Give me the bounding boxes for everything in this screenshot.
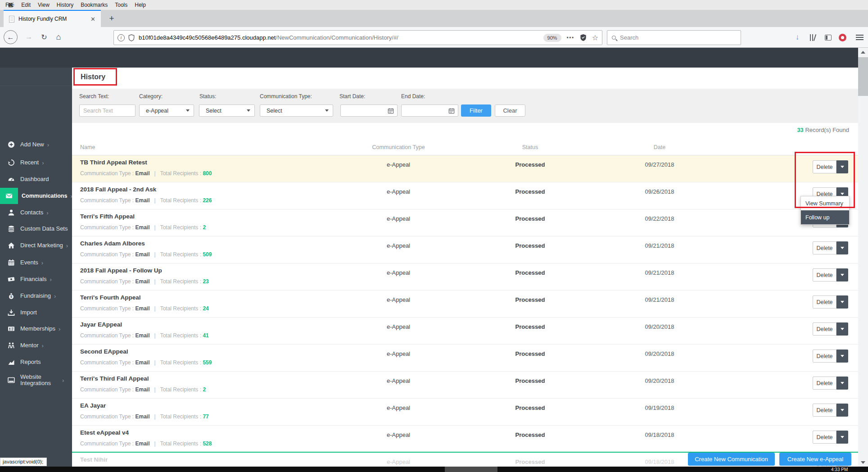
status-select[interactable]: Select <box>199 104 255 117</box>
delete-button[interactable]: Delete <box>813 160 836 173</box>
row-meta: Communication Type : Email|Total Recipie… <box>80 305 209 312</box>
home-button[interactable]: ⌂ <box>51 30 66 44</box>
taskbar-item[interactable] <box>445 467 497 472</box>
sidebar-item-contacts[interactable]: Contacts› <box>0 204 72 221</box>
sidebar-item-financials[interactable]: Financials› <box>0 271 72 287</box>
browser-menu-button[interactable] <box>854 32 865 43</box>
row-name: Second EAppeal <box>80 348 128 355</box>
pocket-shield-icon[interactable] <box>580 34 587 41</box>
reload-button[interactable]: ↻ <box>37 30 51 44</box>
sidebar-item-label: Contacts <box>20 209 43 216</box>
row-actions-toggle[interactable] <box>836 404 848 417</box>
scrollbar-thumb[interactable] <box>858 57 868 96</box>
row-actions-toggle[interactable] <box>836 431 848 444</box>
delete-button[interactable]: Delete <box>813 404 836 417</box>
table-row[interactable]: 2018 Fall Appeal - Follow Up Communicati… <box>72 263 858 290</box>
sidebar-item-dashboard[interactable]: Dashboard <box>0 171 72 187</box>
table-row[interactable]: Jayar EAppeal Communication Type : Email… <box>72 318 858 345</box>
library-button[interactable] <box>807 32 818 43</box>
vertical-scrollbar[interactable] <box>858 48 868 467</box>
search-text-input[interactable] <box>79 104 136 117</box>
chevron-right-icon: › <box>47 141 49 148</box>
bookmark-star-icon[interactable]: ☆ <box>592 33 598 42</box>
row-actions-toggle[interactable] <box>836 268 848 281</box>
row-name: EA Jayar <box>80 402 106 409</box>
browser-search-bar[interactable]: Search <box>607 30 741 45</box>
tab-history-fundly-crm[interactable]: History Fundly CRM ✕ <box>4 10 101 27</box>
row-actions-toggle[interactable] <box>836 241 848 254</box>
sidebar-item-fundraising[interactable]: $ Fundraising› <box>0 288 72 304</box>
sidebar-item-import[interactable]: Import <box>0 304 72 321</box>
row-actions-toggle[interactable] <box>836 322 848 336</box>
menu-item-view-summary[interactable]: View Summary <box>801 196 849 210</box>
end-date-input[interactable] <box>401 104 458 117</box>
create-new-communication-button[interactable]: Create New Communication <box>688 453 775 466</box>
table-row[interactable]: Charles Adam Albores Communication Type … <box>72 236 858 263</box>
delete-button[interactable]: Delete <box>813 377 836 390</box>
site-info-icon[interactable]: i <box>118 34 125 41</box>
communication-type-select[interactable]: Select <box>260 104 333 117</box>
table-row[interactable]: EA Jayar Communication Type : Email|Tota… <box>72 399 858 426</box>
menu-history[interactable]: History <box>53 2 77 8</box>
row-communication-type: e-Appeal <box>356 269 441 276</box>
sidebar-item-reports[interactable]: Reports <box>0 354 72 370</box>
sidebar-item-direct-marketing[interactable]: Direct Marketing› <box>0 237 72 254</box>
menu-tools[interactable]: Tools <box>111 2 131 8</box>
sidebar-item-events[interactable]: Events› <box>0 254 72 271</box>
sidebar-item-mentor[interactable]: Mentor› <box>0 337 72 354</box>
close-window-button[interactable]: ✕ <box>0 0 21 10</box>
menu-item-follow-up[interactable]: Follow up <box>801 210 849 224</box>
back-button[interactable]: ← <box>4 30 18 44</box>
chevron-down-icon <box>186 109 190 112</box>
table-row[interactable]: Etest eAppeal v4 Communication Type : Em… <box>72 426 858 453</box>
sidebar-item-add-new[interactable]: Add New› <box>0 136 72 153</box>
create-new-e-appeal-button[interactable]: Create New e-Appeal <box>779 453 851 466</box>
url-text: b10f01de8a4349c49c50568e6489a275.cloudap… <box>139 34 540 41</box>
scroll-up-arrow-icon[interactable] <box>858 48 868 56</box>
forward-button[interactable]: → <box>22 30 36 44</box>
table-row[interactable]: Terri's Third Fall Appeal Communication … <box>72 372 858 399</box>
page-actions-icon[interactable]: ••• <box>567 35 574 41</box>
table-row[interactable]: 2018 Fall Appeal - 2nd Ask Communication… <box>72 182 858 209</box>
menu-help[interactable]: Help <box>131 2 149 8</box>
downloads-button[interactable]: ↓ <box>791 32 803 43</box>
delete-button[interactable]: Delete <box>813 295 836 309</box>
table-row[interactable]: Second EAppeal Communication Type : Emai… <box>72 345 858 372</box>
filter-button[interactable]: Filter <box>461 104 491 117</box>
row-actions-toggle[interactable] <box>836 160 848 173</box>
sidebar-item-memberships[interactable]: Memberships› <box>0 321 72 337</box>
extension-button[interactable] <box>836 32 848 43</box>
delete-button[interactable]: Delete <box>813 268 836 281</box>
delete-button[interactable]: Delete <box>813 431 836 444</box>
url-bar[interactable]: i b10f01de8a4349c49c50568e6489a275.cloud… <box>113 30 602 45</box>
back-icon: ← <box>7 33 14 41</box>
clear-button[interactable]: Clear <box>495 104 525 117</box>
tracking-shield-icon[interactable] <box>128 34 135 41</box>
tab-close-icon[interactable]: ✕ <box>89 15 97 23</box>
table-row[interactable]: TB Third Appeal Retest Communication Typ… <box>72 155 858 182</box>
new-tab-button[interactable]: + <box>105 12 118 25</box>
table-row[interactable]: Terri's Fifth Appeal Communication Type … <box>72 209 858 236</box>
row-actions-toggle[interactable] <box>836 295 848 309</box>
menu-bookmarks[interactable]: Bookmarks <box>77 2 111 8</box>
row-actions-toggle[interactable] <box>836 377 848 390</box>
delete-button[interactable]: Delete <box>813 241 836 254</box>
table-row[interactable]: Terri's Fourth Appeal Communication Type… <box>72 290 858 318</box>
scroll-down-arrow-icon[interactable] <box>858 458 868 467</box>
category-select[interactable]: e-Appeal <box>139 104 194 117</box>
delete-button[interactable]: Delete <box>813 349 836 363</box>
delete-button[interactable]: Delete <box>813 322 836 336</box>
zoom-level-badge[interactable]: 90% <box>543 34 561 42</box>
sidebar-item-website-integrations[interactable]: Website Integrations› <box>0 370 72 390</box>
column-header-status: Status <box>495 144 565 150</box>
row-meta: Communication Type : Email|Total Recipie… <box>80 197 212 204</box>
id-card-icon <box>6 324 16 334</box>
sidebar-toggle-button[interactable] <box>822 32 834 43</box>
cash-icon <box>6 274 16 284</box>
row-actions-toggle[interactable] <box>836 349 848 363</box>
sidebar-item-recent[interactable]: Recent› <box>0 154 72 171</box>
sidebar-item-communications[interactable]: Communications› <box>0 188 72 204</box>
sidebar-item-custom-data-sets[interactable]: Custom Data Sets <box>0 221 72 237</box>
start-date-input[interactable] <box>340 104 398 117</box>
menu-view[interactable]: View <box>34 2 53 8</box>
